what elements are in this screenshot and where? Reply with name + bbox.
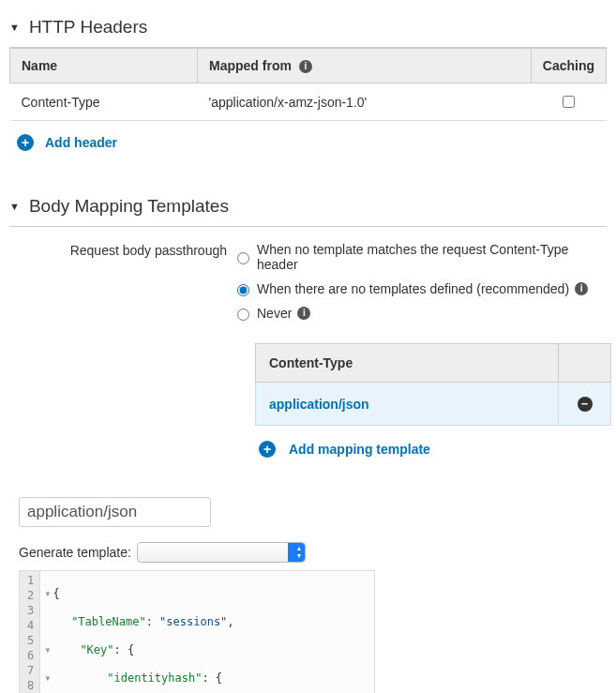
header-mapped-cell: 'application/x-amz-json-1.0' [198, 83, 532, 121]
remove-icon[interactable]: − [578, 397, 593, 412]
col-caching: Caching [531, 49, 606, 83]
passthrough-option-3[interactable]: Never i [233, 306, 607, 321]
body-mapping-header[interactable]: ▼ Body Mapping Templates [9, 188, 607, 227]
plus-icon: + [17, 134, 34, 151]
http-headers-header[interactable]: ▼ HTTP Headers [9, 9, 607, 48]
add-mapping-template-button[interactable]: + Add mapping template [255, 426, 611, 473]
passthrough-option-2[interactable]: When there are no templates defined (rec… [233, 281, 607, 296]
info-icon[interactable]: i [575, 282, 588, 295]
code-gutter: 123456789 [20, 571, 40, 693]
ct-actions-header [559, 344, 611, 383]
code-editor[interactable]: 123456789 ▾{ "TableName": "sessions", ▾ … [19, 570, 375, 693]
generate-template-select[interactable]: ▴▾ [137, 542, 306, 563]
radio-label: When no template matches the request Con… [257, 242, 607, 272]
passthrough-label: Request body passthrough [9, 242, 233, 330]
radio-label: Never [257, 306, 292, 321]
caret-down-icon: ▼ [9, 202, 20, 212]
generate-template-label: Generate template: [19, 545, 131, 560]
radio-input[interactable] [237, 252, 249, 264]
caching-checkbox[interactable] [563, 96, 575, 108]
radio-input[interactable] [237, 284, 249, 296]
code-content[interactable]: ▾{ "TableName": "sessions", ▾ "Key": { ▾… [40, 571, 359, 693]
http-headers-table: Name Mapped from i Caching Content-Type … [9, 48, 607, 121]
radio-input[interactable] [237, 309, 249, 321]
http-headers-title: HTTP Headers [29, 17, 147, 38]
add-header-button[interactable]: + Add header [9, 121, 607, 164]
content-type-value[interactable]: application/json [256, 383, 559, 426]
header-caching-cell [531, 83, 606, 121]
content-type-remove-cell: − [559, 383, 611, 426]
add-mapping-label: Add mapping template [289, 442, 430, 457]
col-mapped: Mapped from i [198, 49, 532, 83]
header-name-cell: Content-Type [10, 83, 198, 121]
content-type-row[interactable]: application/json − [256, 383, 611, 426]
radio-label: When there are no templates defined (rec… [257, 281, 569, 296]
add-header-label: Add header [45, 135, 117, 150]
caret-down-icon: ▼ [9, 23, 20, 33]
plus-icon: + [259, 441, 276, 458]
info-icon[interactable]: i [297, 307, 310, 320]
body-mapping-title: Body Mapping Templates [29, 196, 229, 217]
info-icon[interactable]: i [299, 60, 312, 73]
table-row: Content-Type 'application/x-amz-json-1.0… [10, 83, 607, 121]
passthrough-option-1[interactable]: When no template matches the request Con… [233, 242, 607, 272]
passthrough-radio-group: When no template matches the request Con… [233, 242, 607, 330]
col-name: Name [10, 49, 198, 83]
content-type-input[interactable] [19, 497, 211, 527]
ct-header: Content-Type [256, 344, 559, 383]
content-type-table: Content-Type application/json − [255, 343, 611, 426]
